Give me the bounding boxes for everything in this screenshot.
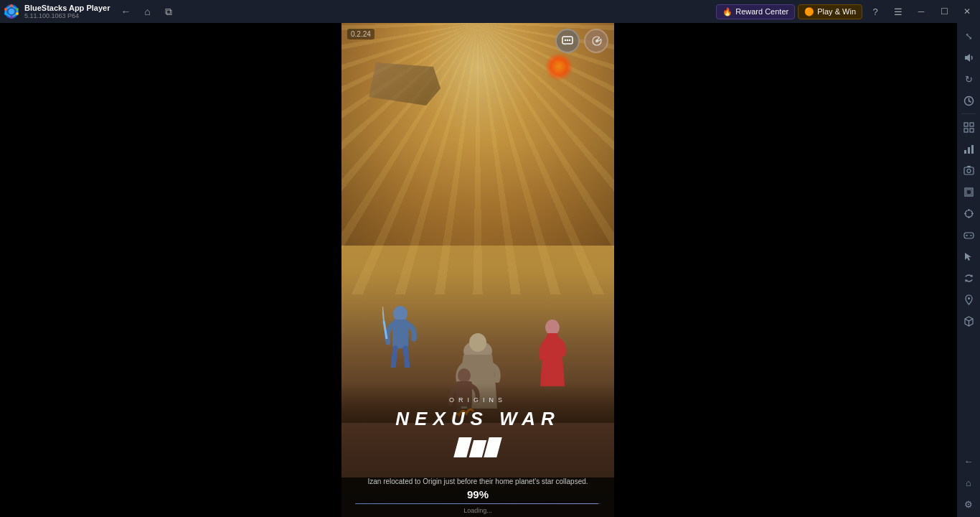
svg-rect-22 — [964, 123, 968, 126]
sidebar-gamepad-icon[interactable] — [958, 225, 979, 245]
game-subtitle: ORIGINS — [449, 396, 507, 404]
loading-description: Izan relocated to Origin just before the… — [353, 478, 602, 485]
svg-point-43 — [968, 297, 970, 299]
app-title-block: BlueStacks App Player 5.11.100.1063 P64 — [24, 4, 110, 19]
sidebar-package-icon[interactable] — [958, 311, 979, 331]
sidebar-loop-icon[interactable] — [958, 268, 979, 288]
sidebar-settings-icon[interactable]: ⚙ — [958, 494, 979, 514]
loading-bar-fill — [355, 503, 598, 504]
sidebar-clock-icon[interactable] — [958, 90, 979, 111]
sidebar-sync-icon[interactable]: ↻ — [958, 69, 979, 89]
nav-buttons: ← ⌂ ⧉ — [116, 3, 179, 20]
sidebar-back-icon[interactable]: ← — [958, 451, 979, 471]
game-screen[interactable]: ORIGINS NEXUS WAR Izan relocated to Orig… — [341, 23, 614, 517]
maximize-button[interactable]: ☐ — [934, 3, 954, 20]
left-character — [382, 299, 418, 368]
sidebar-grid-icon[interactable] — [958, 117, 979, 137]
sidebar-divider-1 — [961, 113, 976, 114]
titlebar: BlueStacks App Player 5.11.100.1063 P64 … — [0, 0, 980, 23]
svg-rect-29 — [964, 167, 974, 174]
svg-point-3 — [10, 4, 13, 7]
svg-point-14 — [458, 368, 471, 383]
sidebar-resize-icon[interactable]: ⤡ — [958, 26, 979, 46]
app-name: BlueStacks App Player — [24, 4, 110, 12]
reward-icon: 🔥 — [722, 7, 732, 17]
right-sidebar: ⤡ ↻ — [957, 23, 980, 517]
svg-rect-23 — [970, 123, 974, 126]
characters-area — [341, 136, 614, 408]
sidebar-stats-icon[interactable] — [958, 139, 979, 159]
settings-game-button[interactable] — [584, 29, 608, 53]
svg-point-7 — [4, 12, 7, 15]
loading-bar-container — [355, 503, 600, 504]
svg-point-10 — [469, 333, 486, 352]
reward-center-label: Reward Center — [735, 7, 788, 16]
svg-point-4 — [16, 8, 19, 11]
svg-rect-33 — [966, 190, 971, 195]
sidebar-location-icon[interactable] — [958, 289, 979, 309]
svg-point-30 — [967, 169, 971, 172]
game-title-area: ORIGINS NEXUS WAR — [341, 396, 614, 457]
svg-point-5 — [16, 12, 19, 15]
svg-point-8 — [4, 8, 7, 11]
svg-point-6 — [10, 16, 13, 19]
sidebar-layers-icon[interactable] — [958, 182, 979, 202]
svg-rect-26 — [964, 150, 966, 154]
game-area: ORIGINS NEXUS WAR Izan relocated to Orig… — [0, 23, 957, 517]
sidebar-screenshot-icon[interactable] — [958, 160, 979, 180]
right-character — [534, 315, 570, 386]
back-button[interactable]: ← — [116, 3, 136, 20]
svg-rect-39 — [964, 233, 974, 238]
svg-point-20 — [595, 39, 598, 42]
svg-point-2 — [9, 9, 14, 14]
reward-center-button[interactable]: 🔥 Reward Center — [716, 4, 795, 19]
loading-percent: 99% — [467, 488, 489, 500]
help-button[interactable]: ? — [865, 3, 885, 20]
game-splash: ORIGINS NEXUS WAR Izan relocated to Orig… — [341, 23, 614, 517]
svg-rect-28 — [971, 145, 974, 154]
menu-button[interactable]: ☰ — [888, 3, 908, 20]
svg-point-42 — [970, 235, 971, 236]
game-top-controls — [555, 29, 608, 53]
play-win-button[interactable]: 🟠 Play & Win — [798, 4, 862, 19]
app-icon — [0, 0, 23, 23]
svg-rect-27 — [968, 147, 970, 154]
game-title: NEXUS WAR — [395, 408, 560, 430]
svg-point-18 — [567, 39, 568, 41]
version-badge: 0.2.24 — [347, 29, 374, 39]
svg-point-13 — [545, 320, 560, 335]
minimize-button[interactable]: ─ — [911, 3, 931, 20]
svg-point-11 — [393, 306, 407, 322]
main-area: ORIGINS NEXUS WAR Izan relocated to Orig… — [0, 23, 980, 517]
sidebar-cursor-icon[interactable] — [958, 246, 979, 266]
svg-rect-25 — [970, 129, 974, 132]
svg-point-17 — [565, 39, 566, 41]
close-button[interactable]: ✕ — [957, 3, 977, 20]
home-button[interactable]: ⌂ — [137, 3, 157, 20]
loading-status: Loading... — [463, 507, 492, 514]
game-logo-bars — [456, 437, 499, 457]
multi-button[interactable]: ⧉ — [159, 3, 179, 20]
play-win-icon: 🟠 — [804, 7, 814, 17]
sidebar-volume-icon[interactable] — [958, 47, 979, 67]
logo-bar-3 — [484, 437, 502, 457]
sidebar-home-icon[interactable]: ⌂ — [958, 472, 979, 493]
svg-point-19 — [569, 39, 570, 41]
svg-rect-31 — [967, 166, 971, 167]
svg-rect-24 — [964, 129, 968, 132]
app-version: 5.11.100.1063 P64 — [24, 12, 110, 19]
play-win-label: Play & Win — [817, 7, 856, 16]
titlebar-right-controls: 🔥 Reward Center 🟠 Play & Win ? ☰ ─ ☐ ✕ — [716, 3, 977, 20]
loading-area: Izan relocated to Origin just before the… — [341, 478, 614, 517]
chat-button[interactable] — [555, 29, 580, 53]
sidebar-crosshair-icon[interactable] — [958, 203, 979, 223]
